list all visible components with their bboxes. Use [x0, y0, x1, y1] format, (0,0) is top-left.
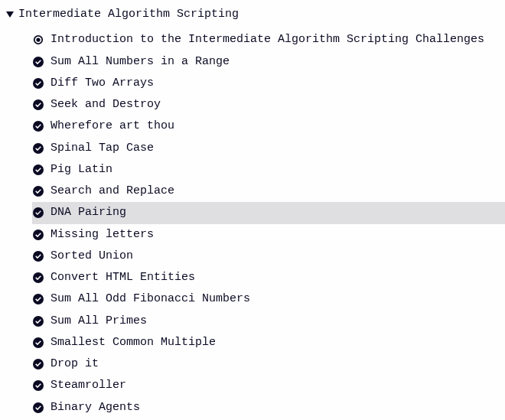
svg-point-2: [36, 38, 40, 42]
challenge-label: Sorted Union: [50, 246, 133, 266]
challenge-item[interactable]: Diff Two Arrays: [32, 73, 505, 94]
challenge-item[interactable]: Sorted Union: [32, 246, 505, 267]
check-circle-icon: [32, 56, 44, 68]
challenge-label: DNA Pairing: [50, 203, 126, 223]
section-title: Intermediate Algorithm Scripting: [18, 5, 239, 24]
challenge-label: Convert HTML Entities: [50, 268, 195, 288]
check-circle-icon: [32, 315, 44, 327]
challenge-list: Introduction to the Intermediate Algorit…: [0, 29, 505, 420]
check-circle-icon: [32, 77, 44, 90]
challenge-item[interactable]: Steamroller: [32, 375, 505, 396]
challenge-item[interactable]: Introduction to the Intermediate Algorit…: [32, 29, 505, 50]
challenge-item[interactable]: Pig Latin: [32, 159, 505, 181]
check-circle-icon: [32, 207, 44, 219]
challenge-label: Wherefore art thou: [50, 116, 174, 136]
challenge-label: Sum All Odd Fibonacci Numbers: [50, 289, 250, 309]
challenge-item[interactable]: Search and Replace: [32, 181, 505, 202]
challenge-label: Drop it: [50, 354, 99, 374]
challenge-item[interactable]: Convert HTML Entities: [32, 267, 505, 288]
challenge-label: Pig Latin: [50, 160, 112, 180]
challenge-label: Spinal Tap Case: [50, 138, 154, 158]
section-header[interactable]: Intermediate Algorithm Scripting: [0, 3, 505, 29]
challenge-item[interactable]: Binary Agents: [32, 397, 505, 418]
challenge-label: Sum All Numbers in a Range: [50, 52, 230, 72]
check-circle-icon: [32, 358, 44, 370]
challenge-item[interactable]: Seek and Destroy: [32, 94, 505, 116]
challenge-item[interactable]: Drop it: [32, 353, 505, 375]
challenge-label: Seek and Destroy: [50, 95, 161, 115]
challenge-label: Smallest Common Multiple: [50, 333, 216, 353]
challenge-item[interactable]: Missing letters: [32, 224, 505, 246]
challenge-label: Diff Two Arrays: [50, 73, 154, 93]
challenge-label: Missing letters: [50, 225, 154, 245]
challenge-label: Search and Replace: [50, 181, 174, 201]
challenge-label: Binary Agents: [50, 398, 140, 418]
challenge-label: Introduction to the Intermediate Algorit…: [50, 30, 484, 50]
check-circle-icon: [32, 229, 44, 241]
check-circle-icon: [32, 402, 44, 414]
challenge-item[interactable]: Wherefore art thou: [32, 116, 505, 137]
challenge-item[interactable]: Sum All Primes: [32, 311, 505, 332]
check-circle-icon: [32, 337, 44, 349]
svg-marker-0: [6, 11, 14, 18]
check-circle-icon: [32, 120, 44, 132]
challenge-item[interactable]: Sum All Numbers in a Range: [32, 51, 505, 73]
check-circle-icon: [32, 293, 44, 305]
challenge-item[interactable]: DNA Pairing: [32, 202, 505, 223]
challenge-label: Sum All Primes: [50, 311, 147, 331]
check-circle-icon: [32, 379, 44, 392]
check-circle-icon: [32, 250, 44, 262]
challenge-item[interactable]: Sum All Odd Fibonacci Numbers: [32, 288, 505, 310]
caret-down-icon: [5, 11, 15, 18]
check-circle-icon: [32, 185, 44, 197]
check-circle-icon: [32, 272, 44, 284]
challenge-label: Steamroller: [50, 376, 126, 396]
check-circle-icon: [32, 142, 44, 155]
check-circle-icon: [32, 99, 44, 111]
challenge-item[interactable]: Smallest Common Multiple: [32, 332, 505, 353]
radio-selected-icon: [32, 34, 44, 46]
check-circle-icon: [32, 164, 44, 176]
challenge-item[interactable]: Spinal Tap Case: [32, 138, 505, 159]
